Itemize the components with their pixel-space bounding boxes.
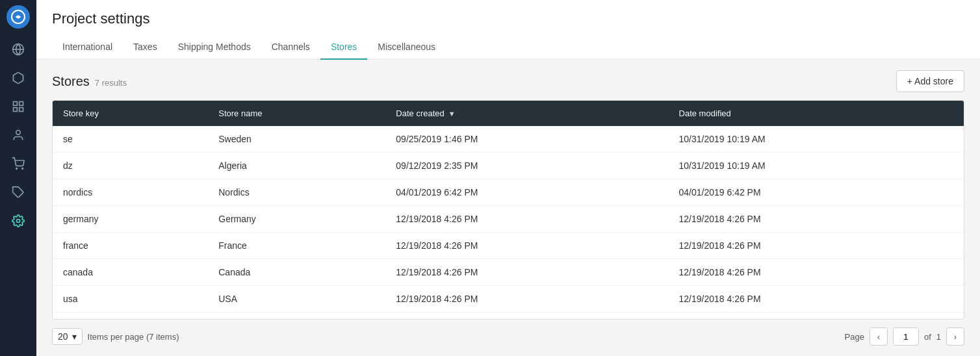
per-page-value: 20: [58, 331, 68, 342]
sidebar-item-users[interactable]: [5, 122, 31, 148]
per-page-label: Items per page (7 items): [88, 332, 179, 342]
cell-store-key: france: [53, 233, 208, 259]
svg-point-7: [16, 131, 21, 135]
results-count: 7 results: [95, 78, 127, 88]
cell-date-modified: 12/19/2018 4:26 PM: [669, 259, 964, 286]
cell-date-modified: 12/19/2018 4:26 PM: [669, 233, 964, 259]
table-row[interactable]: canada Canada 12/19/2018 4:26 PM 12/19/2…: [53, 259, 964, 286]
nav-tabs: International Taxes Shipping Methods Cha…: [52, 35, 964, 59]
cell-date-created: 12/19/2018 4:26 PM: [385, 259, 668, 286]
sidebar-item-globe[interactable]: [5, 36, 31, 62]
cell-store-key: dz: [53, 153, 208, 179]
cell-date-created: 12/19/2018 4:26 PM: [385, 286, 668, 312]
svg-rect-5: [19, 108, 23, 112]
stores-table-container: Store key Store name Date created ▼: [52, 100, 964, 320]
pagination: 20 ▾ Items per page (7 items) Page ‹ of …: [52, 320, 964, 346]
cell-store-name: Canada: [208, 259, 385, 286]
cell-store-name: Nordics: [208, 179, 385, 206]
cell-date-modified: 12/19/2018 4:26 PM: [669, 286, 964, 312]
stores-header: Stores 7 results + Add store: [52, 70, 964, 92]
stores-title: Stores: [52, 74, 90, 89]
cell-store-name: USA: [208, 286, 385, 312]
table-header-row: Store key Store name Date created ▼: [53, 101, 964, 126]
table-row[interactable]: usa USA 12/19/2018 4:26 PM 12/19/2018 4:…: [53, 286, 964, 312]
sidebar: [0, 0, 36, 356]
cell-date-created: 12/19/2018 4:26 PM: [385, 233, 668, 259]
page-title: Project settings: [52, 10, 964, 27]
cell-store-key: se: [53, 126, 208, 153]
table-row[interactable]: dz Algeria 09/12/2019 2:35 PM 10/31/2019…: [53, 153, 964, 179]
total-pages: 1: [936, 332, 941, 342]
svg-point-9: [22, 168, 23, 170]
per-page-control: 20 ▾ Items per page (7 items): [52, 328, 179, 345]
cell-store-key: canada: [53, 259, 208, 286]
table-row[interactable]: nordics Nordics 04/01/2019 6:42 PM 04/01…: [53, 179, 964, 206]
cell-store-name: Sweden: [208, 126, 385, 153]
cell-date-modified: 12/19/2018 4:26 PM: [669, 206, 964, 233]
tab-channels[interactable]: Channels: [261, 35, 320, 60]
table-row[interactable]: se Sweden 09/25/2019 1:46 PM 10/31/2019 …: [53, 126, 964, 153]
sidebar-item-box[interactable]: [5, 65, 31, 91]
table-row[interactable]: france France 12/19/2018 4:26 PM 12/19/2…: [53, 233, 964, 259]
cell-date-created: 12/19/2018 4:26 PM: [385, 206, 668, 233]
cell-date-created: 09/25/2019 1:46 PM: [385, 126, 668, 153]
page-content: Stores 7 results + Add store Store key: [36, 60, 980, 356]
tab-international[interactable]: International: [52, 35, 123, 60]
svg-point-11: [17, 220, 20, 223]
col-store-name: Store name: [208, 101, 385, 126]
svg-rect-6: [14, 108, 18, 112]
svg-rect-4: [19, 102, 23, 106]
next-page-button[interactable]: ›: [946, 327, 964, 346]
svg-point-8: [16, 168, 18, 170]
cell-date-modified: 10/31/2019 10:19 AM: [669, 153, 964, 179]
sidebar-item-dashboard[interactable]: [5, 94, 31, 120]
tab-stores[interactable]: Stores: [320, 35, 367, 60]
tab-miscellaneous[interactable]: Miscellaneous: [367, 35, 446, 60]
cell-store-name: France: [208, 233, 385, 259]
per-page-select[interactable]: 20 ▾: [52, 328, 83, 345]
col-date-created[interactable]: Date created ▼: [385, 101, 668, 126]
page-navigation: Page ‹ of 1 ›: [845, 327, 964, 346]
sidebar-item-tags[interactable]: [5, 179, 31, 205]
page-number-input[interactable]: [893, 327, 919, 346]
table-row[interactable]: germany Germany 12/19/2018 4:26 PM 12/19…: [53, 206, 964, 233]
svg-rect-3: [14, 102, 18, 106]
app-logo: [6, 5, 30, 29]
cell-store-name: Algeria: [208, 153, 385, 179]
of-label: of: [924, 332, 931, 342]
sidebar-item-settings[interactable]: [5, 208, 31, 234]
cell-date-created: 09/12/2019 2:35 PM: [385, 153, 668, 179]
stores-title-area: Stores 7 results: [52, 74, 127, 89]
sidebar-item-cart[interactable]: [5, 151, 31, 177]
tab-shipping-methods[interactable]: Shipping Methods: [168, 35, 261, 60]
add-store-button[interactable]: + Add store: [896, 70, 964, 92]
main-content: Project settings International Taxes Shi…: [36, 0, 980, 356]
cell-date-modified: 04/01/2019 6:42 PM: [669, 179, 964, 206]
per-page-chevron-icon: ▾: [72, 331, 77, 342]
tab-taxes[interactable]: Taxes: [123, 35, 168, 60]
cell-store-key: nordics: [53, 179, 208, 206]
cell-date-created: 04/01/2019 6:42 PM: [385, 179, 668, 206]
cell-date-modified: 10/31/2019 10:19 AM: [669, 126, 964, 153]
stores-table: Store key Store name Date created ▼: [53, 101, 964, 312]
col-store-key: Store key: [53, 101, 208, 126]
cell-store-key: germany: [53, 206, 208, 233]
cell-store-name: Germany: [208, 206, 385, 233]
page-label: Page: [845, 332, 864, 342]
sort-icon: ▼: [448, 110, 456, 118]
page-header: Project settings International Taxes Shi…: [36, 0, 980, 60]
col-date-modified: Date modified: [669, 101, 964, 126]
cell-store-key: usa: [53, 286, 208, 312]
prev-page-button[interactable]: ‹: [870, 327, 888, 346]
